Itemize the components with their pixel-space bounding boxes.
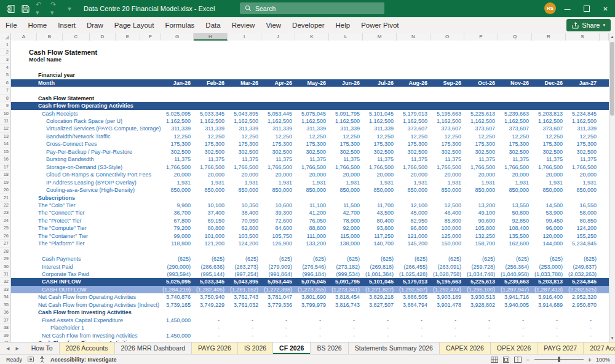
zoom-out-icon[interactable]: − — [526, 356, 530, 363]
cell[interactable]: 5,101,045 — [363, 278, 397, 285]
sheet-tab-bs-2026[interactable]: BS 2026 — [311, 342, 348, 354]
cell[interactable]: - — [261, 332, 295, 339]
cell[interactable]: 20,000 — [363, 171, 397, 178]
cell-label-pay-per-backup-pay-per-restore[interactable]: Pay-Per-Backup / Pay-Per-Restore — [46, 148, 132, 156]
cell[interactable]: 302,500 — [261, 148, 295, 156]
cell[interactable]: 118,800 — [161, 240, 194, 247]
cell[interactable]: 2,950,870 — [566, 301, 600, 309]
column-header-e[interactable]: E — [116, 33, 140, 41]
cell-label-financial-year[interactable]: Financial year — [38, 71, 75, 79]
cell[interactable]: 5,239,663 — [498, 278, 532, 285]
cell[interactable]: Jan-27 — [566, 79, 600, 87]
cell[interactable]: 121,200 — [194, 240, 228, 247]
cell[interactable]: 3,940,005 — [498, 301, 532, 309]
sheet-tab-payg-2026[interactable]: PAYG 2026 — [192, 342, 238, 354]
cell[interactable]: 11,375 — [566, 156, 600, 163]
cell[interactable]: 302,500 — [295, 148, 329, 156]
cell[interactable]: (249,637) — [566, 263, 600, 271]
cell[interactable]: 39,300 — [261, 209, 295, 216]
cell[interactable]: - — [397, 332, 430, 339]
cell[interactable]: (999,534) — [329, 271, 363, 278]
cell[interactable]: 79,200 — [161, 224, 194, 232]
cell[interactable]: 20,000 — [261, 171, 295, 178]
excel-app-icon[interactable] — [6, 4, 15, 13]
cell[interactable]: - — [430, 324, 464, 331]
cell[interactable]: 311,339 — [261, 125, 295, 132]
row-header-34[interactable]: 34 — [0, 293, 11, 301]
cell[interactable]: 11,375 — [464, 156, 498, 163]
scroll-up-icon[interactable]: ▲ — [609, 34, 615, 40]
cell[interactable]: - — [498, 317, 532, 324]
cell[interactable]: (1,028,758) — [430, 271, 464, 278]
cell[interactable]: 11,100 — [295, 202, 329, 209]
cell[interactable]: 3,816,743 — [329, 301, 363, 309]
cell[interactable]: - — [228, 324, 261, 331]
cell[interactable]: 5,234,845 — [566, 240, 600, 247]
cell[interactable]: (625) — [464, 255, 498, 263]
cell[interactable]: 311,339 — [329, 125, 363, 132]
column-header-r[interactable]: R — [532, 33, 566, 41]
cell[interactable]: 1,931 — [430, 179, 464, 186]
column-header-f[interactable]: F — [140, 33, 161, 41]
cell[interactable]: (2,032,263) — [566, 271, 600, 278]
cell[interactable]: 121,000 — [397, 232, 430, 240]
row-header-14[interactable]: 14 — [0, 140, 11, 148]
cell[interactable]: (1,025,428) — [397, 271, 430, 278]
cell[interactable]: 12,250 — [228, 133, 261, 140]
cell[interactable]: 311,339 — [566, 125, 600, 132]
cell[interactable]: (1,287,413) — [532, 286, 566, 293]
cell[interactable]: 850,000 — [363, 186, 397, 194]
cell[interactable]: 162,600 — [498, 240, 532, 247]
cell[interactable]: Feb-26 — [194, 79, 228, 87]
cell[interactable]: 175,300 — [295, 140, 329, 148]
row-header-4[interactable]: 4 — [0, 64, 11, 71]
cell[interactable]: 1,766,500 — [261, 164, 295, 171]
cell[interactable]: - — [228, 317, 261, 324]
cell[interactable]: 5,225,613 — [464, 110, 498, 117]
search-input[interactable]: Search — [240, 2, 384, 14]
cell[interactable]: 5,043,895 — [228, 110, 261, 117]
cell[interactable]: 302,500 — [464, 148, 498, 156]
column-header-p[interactable]: P — [464, 33, 498, 41]
row-header-17[interactable]: 17 — [0, 164, 11, 171]
row-header-39[interactable]: 39 — [0, 332, 11, 339]
cell[interactable]: 124,200 — [566, 224, 600, 232]
cell[interactable]: 3,914,689 — [532, 301, 566, 309]
cell[interactable]: (625) — [363, 255, 397, 263]
cell[interactable]: 1,162,500 — [397, 117, 430, 125]
cell[interactable]: 175,300 — [532, 140, 566, 148]
cell[interactable]: 20,000 — [430, 171, 464, 178]
cell[interactable]: (991,864) — [261, 271, 295, 278]
cell[interactable]: (1,033,788) — [532, 271, 566, 278]
cell[interactable]: 1,766,500 — [228, 164, 261, 171]
cell[interactable]: - — [363, 317, 397, 324]
cell[interactable]: - — [498, 324, 532, 331]
cell[interactable]: (625) — [329, 255, 363, 263]
page-break-view-icon[interactable] — [514, 357, 522, 363]
cell-label-bursting-bandwidth[interactable]: Bursting Bandwidth — [46, 156, 94, 163]
ribbon-tab-power-pivot[interactable]: Power Pivot — [355, 17, 404, 33]
ribbon-tab-formulas[interactable]: Formulas — [159, 17, 200, 33]
cell[interactable]: (1,272,398) — [261, 286, 295, 293]
cell[interactable]: (625) — [532, 255, 566, 263]
cell[interactable]: (269,818) — [363, 263, 397, 271]
cell[interactable]: (1,273,341) — [329, 286, 363, 293]
cell[interactable]: 1,931 — [397, 179, 430, 186]
cell[interactable]: 311,339 — [228, 125, 261, 132]
cell[interactable]: 12,250 — [498, 133, 532, 140]
row-header-15[interactable]: 15 — [0, 148, 11, 156]
cell-label-the-colo-tier[interactable]: The "Colo" Tier — [38, 202, 75, 209]
cell[interactable]: 1,931 — [261, 179, 295, 186]
cell[interactable]: 5,234,845 — [566, 110, 600, 117]
cell[interactable]: (995,144) — [194, 271, 228, 278]
cell-label-cash-inflow[interactable]: CASH INFLOW — [42, 278, 81, 285]
cell[interactable]: 13,200 — [464, 202, 498, 209]
row-header-1[interactable]: 1 — [0, 41, 11, 49]
cell[interactable]: (625) — [397, 255, 430, 263]
cell[interactable]: 145,200 — [397, 240, 430, 247]
cell[interactable]: 1,766,500 — [430, 164, 464, 171]
zoom-in-icon[interactable]: + — [588, 356, 592, 363]
cell[interactable]: 5,195,663 — [430, 278, 464, 285]
cell[interactable]: 20,000 — [498, 171, 532, 178]
cell[interactable]: 1,931 — [498, 179, 532, 186]
